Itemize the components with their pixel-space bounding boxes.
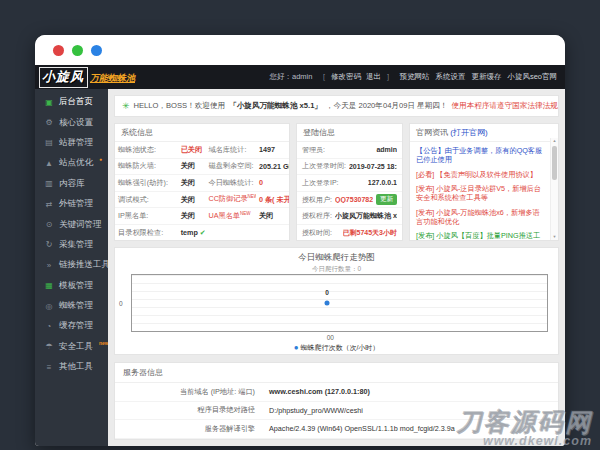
notice-date: ，今天是 2020年04月09日 星期四！ <box>326 101 448 111</box>
table-row: 服务器解译引擎 Apache/2.4.39 (Win64) OpenSSL/1.… <box>115 420 558 439</box>
sidebar-item-label: 站群管理 <box>59 137 93 149</box>
scroll-up-icon[interactable]: ▲ <box>553 138 557 144</box>
data-point[interactable] <box>325 301 330 306</box>
sidebar-item-templates[interactable]: ▦ 模板管理 <box>35 276 108 296</box>
chart-title: 今日蜘蛛爬行走势图 <box>115 248 558 264</box>
link-icon: ⇄ <box>44 200 54 209</box>
value: 已关闭 <box>178 145 206 155</box>
update-license-button[interactable]: 更新 <box>376 194 397 205</box>
new-badge: NEW <box>240 211 251 216</box>
value: www.ceshi.com (127.0.0.1:80) <box>265 387 558 396</box>
news-item[interactable]: [发布] 小旋风-泛目录站群V5，新增后台安全和系统检查工具等 <box>416 184 546 202</box>
refresh-cache-link[interactable]: 更新缓存 <box>471 72 501 82</box>
new-badge: NEW <box>248 194 256 199</box>
gear-icon: ⚙ <box>44 118 54 127</box>
sidebar-item-other-tools[interactable]: ≡ 其他工具 <box>35 357 108 377</box>
library-icon: ▥ <box>44 179 54 188</box>
maximize-window-icon[interactable] <box>91 45 102 56</box>
chart-subtitle: 今日爬行数量：0 <box>115 265 558 274</box>
sidebar-item-label: 关键词管理 <box>59 219 102 231</box>
table-row: 蜘蛛强引(劫持): 关闭 今日蜘蛛统计: 0 <box>115 175 289 192</box>
value: 205.21 GB <box>256 162 289 171</box>
minimize-window-icon[interactable] <box>72 45 83 56</box>
official-site-link[interactable]: 小旋风seo官网 <box>507 72 557 82</box>
label: 授权用户: <box>302 195 332 205</box>
sidebar-item-keywords[interactable]: ⊙ 关键词管理 <box>35 214 108 234</box>
scroll-down-icon[interactable]: ▼ <box>553 234 557 240</box>
label: 授权程序: <box>302 211 332 221</box>
change-password-link[interactable]: 修改密码 <box>331 72 361 82</box>
sidebar: ▣ 后台首页 ⚙ 核心设置 ▤ 站群管理 ▲ 站点优化 ● ▥ 内容库 ⇄ <box>35 89 108 446</box>
system-settings-link[interactable]: 系统设置 <box>435 72 465 82</box>
app-logo: 小旋风 万能蜘蛛池 <box>39 67 135 88</box>
notice-warning: 使用本程序请遵守国家法律法规，并遵守本软件使用协议！ <box>452 101 560 111</box>
sidebar-item-site-optimize[interactable]: ▲ 站点优化 ● <box>35 153 108 173</box>
account-links: 修改密码 退出 <box>318 72 393 82</box>
security-icon: ☂ <box>44 342 54 351</box>
news-item[interactable]: [发布] 小旋风【百度】批量PING推送工具v3(日推送量百万) <box>416 231 546 241</box>
table-row: 授权时间: 已剩5745天3小时 <box>297 225 402 241</box>
ua-blacklist-link[interactable]: UA黑名单NEW <box>205 211 255 221</box>
notice-hello: HELLO，BOSS！欢迎使用 <box>134 101 226 111</box>
value: 关闭 <box>178 195 206 205</box>
table-row: 目录权限检查: temp ✔ <box>115 225 289 241</box>
main-content: ✳ HELLO，BOSS！欢迎使用 「小旋风万能蜘蛛池 x5.1」 ，今天是 2… <box>108 89 565 446</box>
login-info-panel: 登陆信息 管理员: admin 上次登录时间: 2019-07-25 18:37… <box>296 123 403 241</box>
sidebar-item-dashboard[interactable]: ▣ 后台首页 <box>35 92 108 112</box>
logout-link[interactable]: 退出 <box>366 72 381 82</box>
legend-marker-icon: ● <box>294 343 299 352</box>
data-point-label: 0 <box>325 289 329 296</box>
news-item[interactable]: [发布] 小旋风-万能蜘蛛池x6，新增多语言功能和优化 <box>416 208 546 226</box>
table-row: 蜘蛛池状态: 已关闭 域名库统计: 1497 <box>115 142 289 159</box>
table-row: IP黑名单: 关闭 UA黑名单NEW 关闭 <box>115 208 289 225</box>
sidebar-item-cache[interactable]: ◔ 缓存管理 <box>35 316 108 336</box>
server-info-panel: 服务器信息 当前域名 (IP地址: 端口) www.ceshi.com (127… <box>114 362 559 440</box>
sidebar-item-label: 核心设置 <box>59 117 93 129</box>
open-official-site-link[interactable]: (打开官网) <box>450 128 487 137</box>
value: Apache/2.4.39 (Win64) OpenSSL/1.1.1b mod… <box>265 424 558 433</box>
value: 1497 <box>256 145 289 154</box>
sites-icon: ▤ <box>44 138 54 147</box>
welcome-notice-bar: ✳ HELLO，BOSS！欢迎使用 「小旋风万能蜘蛛池 x5.1」 ，今天是 2… <box>114 95 559 117</box>
sidebar-item-spider[interactable]: ◎ 蜘蛛管理 <box>35 296 108 316</box>
legend-label: 蜘蛛爬行次数（次/小时） <box>300 344 379 351</box>
preview-site-link[interactable]: 预览网站 <box>399 72 429 82</box>
cc-defense-link[interactable]: CC防御记录NEW <box>205 194 255 204</box>
cache-icon: ◔ <box>44 322 54 331</box>
sidebar-item-external-links[interactable]: ⇄ 外链管理 <box>35 194 108 214</box>
sidebar-item-site-group[interactable]: ▤ 站群管理 <box>35 133 108 153</box>
system-info-title: 系统信息 <box>115 124 289 142</box>
sidebar-item-core-settings[interactable]: ⚙ 核心设置 <box>35 112 108 132</box>
login-info-title: 登陆信息 <box>297 124 402 142</box>
close-window-icon[interactable] <box>53 45 64 56</box>
licensed-user-value: QQ7530782 <box>335 196 373 203</box>
sidebar-item-security-tools[interactable]: ☂ 安全工具 new <box>35 337 108 357</box>
news-item[interactable]: [必看] 【免责声明以及软件使用协议】 <box>416 170 546 179</box>
scrollbar-thumb[interactable] <box>552 146 557 180</box>
value: 小旋风万能蜘蛛池 x5.1 <box>335 211 397 221</box>
push-icon: » <box>44 261 54 270</box>
value: 0 <box>256 178 289 187</box>
x-axis-tick: 00 <box>327 334 334 341</box>
tools-icon: ≡ <box>44 363 54 372</box>
value: 关闭 <box>178 161 206 171</box>
sidebar-item-content-library[interactable]: ▥ 内容库 <box>35 174 108 194</box>
value: temp ✔ <box>178 228 206 237</box>
browser-window: 小旋风 万能蜘蛛池 您好：admin 修改密码 退出 预览网站 系统设置 更新缓… <box>35 35 565 446</box>
sidebar-item-link-push-tools[interactable]: » 链接推送工具 ● <box>35 255 108 275</box>
check-icon: ✔ <box>200 229 206 236</box>
news-scrollbar[interactable]: ▲ ▼ <box>550 138 558 240</box>
sidebar-item-collection[interactable]: ↻ 采集管理 <box>35 235 108 255</box>
table-row: 上次登录IP: 127.0.0.1 <box>297 175 402 192</box>
sidebar-item-label: 安全工具 <box>59 341 93 353</box>
sidebar-item-label: 模板管理 <box>59 280 93 292</box>
badge: ● <box>99 156 102 162</box>
news-item[interactable]: 【公告】由于业务调整，原有的QQ客服已停止使用 <box>416 146 546 164</box>
news-title: 官网资讯 (打开官网) <box>410 124 558 142</box>
label: 当前域名 (IP地址: 端口) <box>115 387 265 397</box>
value: 关闭 <box>256 211 289 221</box>
chart-legend[interactable]: ● 蜘蛛爬行次数（次/小时） <box>115 343 558 353</box>
sidebar-item-label: 内容库 <box>59 178 85 190</box>
label: 服务器解译引擎 <box>115 424 265 434</box>
template-icon: ▦ <box>44 281 54 290</box>
